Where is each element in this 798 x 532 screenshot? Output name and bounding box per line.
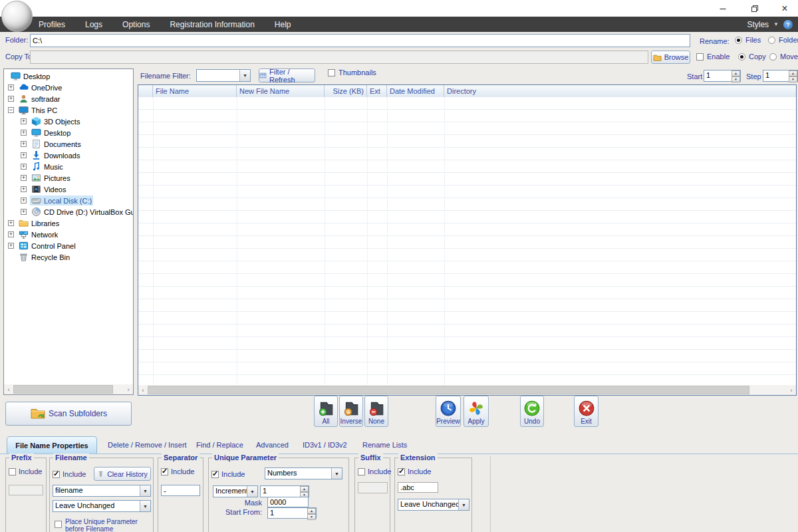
table-horizontal-scrollbar[interactable]: ‹ › [138, 385, 796, 395]
copy-radio[interactable]: Copy [738, 53, 766, 61]
spin-up-icon[interactable]: ▲ [307, 508, 316, 514]
suffix-include-checkbox[interactable]: Include [358, 467, 391, 475]
tab-delete-remove-insert[interactable]: Delete / Remove / Insert [108, 441, 187, 449]
spin-up-icon[interactable]: ▲ [732, 70, 740, 76]
undo-button[interactable]: Undo [520, 396, 544, 427]
scroll-left-icon[interactable]: ‹ [4, 384, 13, 394]
checkbox-icon[interactable] [211, 471, 219, 478]
expand-plus-icon[interactable]: + [8, 243, 14, 249]
checkbox-icon[interactable] [398, 468, 405, 475]
step-spinner[interactable]: 1 ▲▼ [763, 70, 798, 82]
expand-plus-icon[interactable]: + [21, 118, 27, 124]
tree-item-documents[interactable]: +Documents [4, 138, 133, 150]
close-button[interactable]: × [773, 0, 796, 17]
tree-item-downloads[interactable]: +Downloads [4, 150, 133, 161]
apply-button[interactable]: Apply [464, 396, 489, 427]
filename-case-select[interactable]: Leave Unchanged ▼ [53, 500, 151, 512]
expand-plus-icon[interactable]: + [21, 175, 27, 181]
extension-case-select[interactable]: Leave Unchanged ▼ [398, 499, 469, 511]
expand-plus-icon[interactable]: + [21, 198, 27, 203]
prefix-include-checkbox[interactable]: Include [9, 467, 42, 475]
menu-item-help[interactable]: Help [275, 20, 291, 29]
tab-advanced[interactable]: Advanced [256, 441, 289, 449]
tree-horizontal-scrollbar[interactable]: ‹ › [4, 384, 133, 394]
menu-item-profiles[interactable]: Profiles [39, 20, 65, 29]
tree-item-desktop[interactable]: +Desktop [4, 127, 133, 138]
separator-input[interactable] [161, 485, 200, 496]
scan-subfolders-button[interactable]: Scan Subfolders [5, 402, 132, 426]
expand-plus-icon[interactable]: + [21, 130, 27, 136]
checkbox-icon[interactable] [328, 69, 335, 76]
menu-item-logs[interactable]: Logs [85, 20, 102, 29]
tree-item-this-pc[interactable]: −This PC [4, 104, 133, 116]
separator-include-checkbox[interactable]: Include [161, 467, 194, 475]
collapse-minus-icon[interactable]: − [8, 107, 14, 113]
checkbox-icon[interactable] [696, 53, 704, 61]
checkbox-icon[interactable] [358, 468, 365, 475]
expand-plus-icon[interactable]: + [21, 164, 27, 170]
suffix-input[interactable] [358, 482, 388, 493]
browse-button[interactable]: Browse [651, 51, 690, 64]
filename-source-select[interactable]: filename ▼ [53, 485, 151, 497]
mask-input[interactable] [267, 497, 309, 507]
spin-down-icon[interactable]: ▼ [307, 514, 316, 520]
expand-plus-icon[interactable]: + [8, 96, 14, 102]
move-radio[interactable]: Move [769, 53, 798, 61]
tree-item-recycle-bin[interactable]: Recycle Bin [4, 251, 133, 263]
expand-plus-icon[interactable]: + [8, 84, 14, 90]
thumbnails-checkbox[interactable]: Thumbnails [328, 68, 376, 76]
filter-refresh-button[interactable]: Filter / Refresh [259, 68, 315, 82]
checkbox-icon[interactable] [161, 468, 168, 475]
dropdown-arrow-icon[interactable]: ▼ [331, 468, 342, 479]
tab-rename-lists[interactable]: Rename Lists [362, 441, 407, 449]
tree-item-cd-drive-d-virtualbox-gu[interactable]: +CD Drive (D:) VirtualBox Gu [4, 206, 133, 217]
tree-item-3d-objects[interactable]: +3D Objects [4, 116, 133, 127]
tree-item-videos[interactable]: +Videos [4, 184, 133, 195]
radio-icon[interactable] [768, 37, 775, 44]
spin-up-icon[interactable]: ▲ [789, 70, 797, 76]
expand-plus-icon[interactable]: + [8, 231, 14, 237]
menu-item-registration-information[interactable]: Registration Information [170, 20, 254, 29]
menu-item-options[interactable]: Options [122, 20, 150, 29]
none-button[interactable]: None [364, 396, 388, 427]
radio-icon[interactable] [735, 37, 742, 44]
tab-id3v1-id3v2[interactable]: ID3v1 / ID3v2 [303, 441, 347, 449]
scroll-right-icon[interactable]: › [124, 384, 133, 394]
start-spinner[interactable]: 1 ▲▼ [704, 70, 741, 82]
scrollbar-thumb[interactable] [13, 385, 113, 394]
scroll-right-icon[interactable]: › [787, 385, 796, 395]
rename-files-radio[interactable]: Files [735, 36, 761, 44]
all-button[interactable]: All [314, 396, 338, 427]
start-from-spinner[interactable]: 1 ▲▼ [267, 507, 317, 519]
scroll-left-icon[interactable]: ‹ [138, 385, 148, 395]
tree-item-pictures[interactable]: +Pictures [4, 172, 133, 184]
expand-plus-icon[interactable]: + [21, 209, 27, 215]
tab-file-name-properties[interactable]: File Name Properties [7, 436, 97, 454]
prefix-input[interactable] [9, 485, 43, 495]
dropdown-arrow-icon[interactable]: ▼ [140, 485, 150, 496]
restore-button[interactable] [743, 0, 766, 17]
inverse-button[interactable]: Inverse [339, 396, 363, 427]
checkbox-icon[interactable] [9, 468, 16, 475]
unique-mode-select[interactable]: Increment ▼ [213, 485, 258, 497]
exit-button[interactable]: Exit [574, 396, 598, 427]
spin-up-icon[interactable]: ▲ [300, 486, 309, 492]
copy-to-input[interactable] [30, 51, 648, 64]
clear-history-button[interactable]: Clear History [94, 467, 151, 481]
rename-folders-radio[interactable]: Folders [768, 36, 798, 44]
tree-item-libraries[interactable]: +Libraries [4, 217, 133, 229]
column-header-date-modified[interactable]: Date Modified [387, 85, 444, 97]
spinner-buttons[interactable]: ▲▼ [307, 508, 316, 518]
radio-icon[interactable] [738, 53, 745, 61]
unique-include-checkbox[interactable]: Include [211, 470, 245, 478]
checkbox-icon[interactable] [55, 521, 62, 528]
increment-spinner[interactable]: 1 ▲▼ [260, 485, 309, 497]
filename-filter-select[interactable]: ▼ [196, 69, 251, 82]
dropdown-arrow-icon[interactable]: ▼ [247, 486, 257, 497]
column-header-directory[interactable]: Directory [444, 85, 797, 97]
extension-input[interactable] [398, 482, 438, 493]
place-unique-parameter-checkbox[interactable]: Place Unique Parameter before Filename [55, 518, 150, 532]
preview-button[interactable]: Preview [436, 396, 461, 427]
tree-item-desktop[interactable]: Desktop [4, 70, 133, 82]
tab-find-replace[interactable]: Find / Replace [196, 441, 243, 449]
